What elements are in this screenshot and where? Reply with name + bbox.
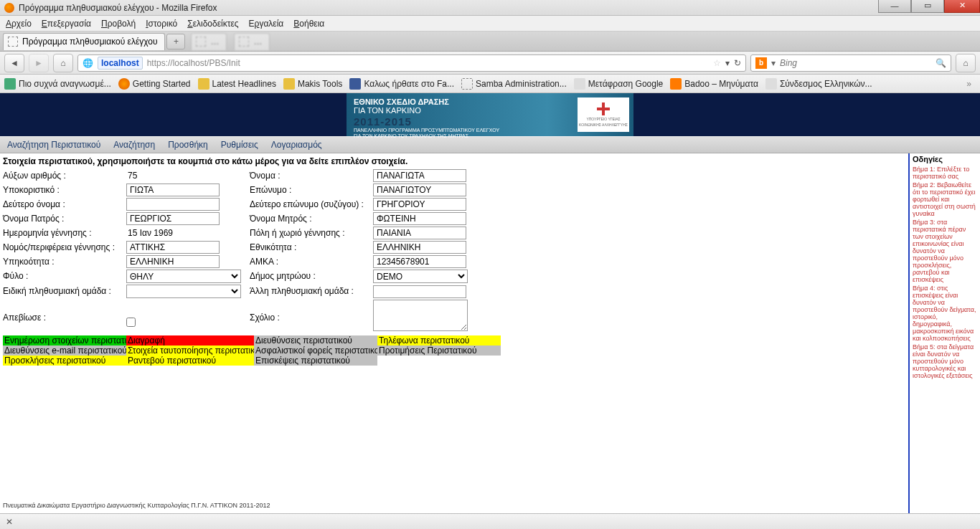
bookmark-item[interactable]: Getting Started — [118, 78, 191, 90]
menu-tools[interactable]: Εργαλεία — [249, 19, 284, 29]
tab-active[interactable]: Πρόγραμμα πληθυσμιακού ελέγχου — [3, 33, 165, 50]
action-prefs[interactable]: Προτιμήσεις Περιστατικού — [377, 345, 501, 356]
sidebar-step: Βήμα 1: Επιλέξτε το περιστατικό σας — [910, 165, 980, 181]
action-visits[interactable]: Επισκέψεις περιστατικού — [254, 356, 377, 366]
action-buttons: Ενημέρωση στοιχείων περιστατικού Διαγραφ… — [3, 335, 904, 366]
search-input[interactable] — [780, 58, 931, 68]
input-name2[interactable] — [126, 198, 220, 211]
label-cit: Υπηκοότητα : — [3, 255, 126, 268]
back-button[interactable]: ◄ — [4, 54, 24, 72]
input-region[interactable] — [126, 241, 220, 254]
label-name: Όνομα : — [250, 169, 373, 182]
tab-background[interactable]: … — [234, 33, 270, 50]
bookmark-item[interactable]: Πιο συχνά αναγνωσμέ... — [4, 78, 111, 90]
bookmark-star-icon[interactable]: ☆ — [713, 58, 721, 68]
action-invites[interactable]: Προσκλήσεις περιστατικού — [3, 356, 126, 366]
action-phones[interactable]: Τηλέφωνα περιστατικού — [377, 335, 501, 345]
menu-file[interactable]: Αρχείο — [6, 19, 32, 29]
input-father[interactable] — [126, 212, 220, 225]
home-button[interactable]: ⌂ — [53, 54, 73, 72]
menu-search[interactable]: Αναζήτηση — [113, 140, 155, 150]
forward-button[interactable]: ► — [29, 54, 49, 72]
bookmark-item[interactable]: Latest Headlines — [198, 78, 276, 90]
textarea-note[interactable] — [373, 300, 468, 331]
select-dimos[interactable]: DEMO — [373, 270, 468, 283]
input-pob[interactable] — [373, 227, 466, 239]
menu-settings[interactable]: Ρυθμίσεις — [221, 140, 258, 150]
input-amka[interactable] — [373, 255, 466, 268]
tab-title: Πρόγραμμα πληθυσμιακού ελέγχου — [22, 37, 157, 47]
input-name[interactable] — [373, 169, 466, 182]
menu-bookmarks[interactable]: Σελιδοδείκτες — [187, 19, 238, 29]
new-tab-button[interactable]: + — [166, 34, 185, 49]
input-surname2[interactable] — [373, 198, 466, 211]
menu-view[interactable]: Προβολή — [101, 19, 136, 29]
bookmark-item[interactable]: Μετάφραση Google — [574, 78, 664, 90]
action-emails[interactable]: Διευθύνσεις e-mail περιστατικού — [3, 345, 126, 356]
bookmark-item[interactable]: Καλως ήρθατε στο Fa... — [349, 78, 454, 90]
search-bar[interactable]: b ▾ 🔍 — [750, 54, 951, 72]
label-note: Σχόλιο : — [250, 300, 373, 331]
reload-icon[interactable]: ↻ — [734, 58, 741, 68]
bookmarks-overflow-icon[interactable]: » — [962, 79, 976, 89]
sidebar-step: Βήμα 2: Βεβαιωθείτε ότι το περιστατικό έ… — [910, 181, 980, 218]
menu-add[interactable]: Προσθήκη — [168, 140, 208, 150]
bing-icon: b — [755, 57, 767, 69]
tabstrip: Πρόγραμμα πληθυσμιακού ελέγχου + … … — [0, 32, 980, 52]
label-grp2: Άλλη πληθυσμιακή ομάδα : — [250, 285, 373, 298]
close-button[interactable]: ✕ — [944, 0, 980, 13]
action-update[interactable]: Ενημέρωση στοιχείων περιστατικού — [3, 335, 126, 345]
input-nat[interactable] — [373, 241, 466, 254]
label-nat: Εθνικότητα : — [250, 241, 373, 254]
label-id: Αύξων αριθμός : — [3, 169, 126, 182]
input-nick[interactable] — [126, 184, 220, 196]
minimize-button[interactable]: — — [878, 0, 911, 13]
url-bar[interactable]: 🌐 localhost https://localhost/PBS/Init ☆… — [77, 54, 746, 72]
action-addresses[interactable]: Διευθύνσεις περιστατικού — [254, 335, 377, 345]
menu-help[interactable]: Βοήθεια — [293, 19, 324, 29]
checkbox-dead[interactable] — [126, 318, 136, 327]
label-amka: ΑΜΚΑ : — [250, 255, 373, 268]
browser-menubar: Αρχείο Επεξεργασία Προβολή Ιστορικό Σελι… — [0, 16, 980, 32]
search-go-icon[interactable]: 🔍 — [936, 58, 946, 68]
bookmark-item[interactable]: Makis Tools — [283, 78, 342, 90]
menu-edit[interactable]: Επεξεργασία — [42, 19, 91, 29]
label-dimos: Δήμος μητρώου : — [250, 270, 373, 283]
case-form: Αύξων αριθμός : 75 Όνομα : Υποκοριστικό … — [3, 169, 904, 331]
footer-copyright: Πνευματικά Δικαιώματα Εργαστήριο Διαγνωσ… — [3, 502, 270, 509]
action-delete[interactable]: Διαγραφή — [126, 335, 254, 345]
addon-close-icon[interactable]: ✕ — [6, 517, 13, 527]
action-insurance[interactable]: Ασφαλιστικοί φορείς περιστατικού — [254, 345, 377, 356]
home-button-2[interactable]: ⌂ — [956, 54, 976, 72]
sidebar: Οδηγίες Βήμα 1: Επιλέξτε το περιστατικό … — [908, 153, 980, 529]
menu-account[interactable]: Λογαριασμός — [271, 140, 322, 150]
menu-search-case[interactable]: Αναζήτηση Περιστατικού — [7, 140, 100, 150]
navbar: ◄ ► ⌂ 🌐 localhost https://localhost/PBS/… — [0, 52, 980, 75]
site-banner: ΕΘΝΙΚΟ ΣΧΕΔΙΟ ΔΡΑΣΗΣ ΓΙΑ ΤΟΝ ΚΑΡΚΙΝΟ 201… — [0, 93, 980, 136]
select-sex[interactable]: ΘΗΛΥ — [126, 270, 241, 283]
bookmarks-bar: Πιο συχνά αναγνωσμέ... Getting Started L… — [0, 75, 980, 93]
label-mother: Όνομα Μητρός : — [250, 212, 373, 225]
bookmark-item[interactable]: Badoo – Μηνύματα — [670, 78, 758, 90]
select-grp[interactable] — [126, 285, 241, 298]
url-dropdown-icon[interactable]: ▾ — [725, 58, 730, 68]
search-engine-dropdown[interactable]: ▾ — [771, 58, 776, 68]
banner-sub2: ΓΙΑ ΤΟΝ ΚΑΡΚΙΝΟ ΤΟΥ ΤΡΑΧΗΛΟΥ ΤΗΣ ΜΗΤΡΑΣ — [354, 133, 626, 139]
lock-icon: 🌐 — [83, 58, 93, 68]
maximize-button[interactable]: ▭ — [911, 0, 944, 13]
window-title: Πρόγραμμα πληθυσμιακού ελέγχου - Mozilla… — [19, 3, 217, 13]
addon-bar: ✕ — [0, 513, 980, 529]
menu-history[interactable]: Ιστορικό — [146, 19, 177, 29]
tab-background[interactable]: … — [191, 33, 227, 50]
label-dead: Απεβίωσε : — [3, 300, 126, 331]
action-appts[interactable]: Ραντεβού περιστατικού — [126, 356, 254, 366]
action-ident[interactable]: Στοιχεία ταυτοποίησης περιστατικού — [126, 345, 254, 356]
input-mother[interactable] — [373, 212, 466, 225]
input-grp2[interactable] — [373, 285, 466, 298]
input-surname[interactable] — [373, 184, 466, 196]
bookmark-item[interactable]: Samba Administration... — [461, 78, 567, 90]
label-surname: Επώνυμο : — [250, 184, 373, 196]
input-cit[interactable] — [126, 255, 220, 268]
bookmark-item[interactable]: Σύνδεσμος Ελληνικών... — [765, 78, 872, 90]
ministry-logo: ΥΠΟΥΡΓΕΙΟ ΥΓΕΙΑΣ ΚΟΙΝΩΝΙΚΗΣ ΑΛΛΗΛΕΓΓΥΗΣ — [578, 97, 629, 132]
